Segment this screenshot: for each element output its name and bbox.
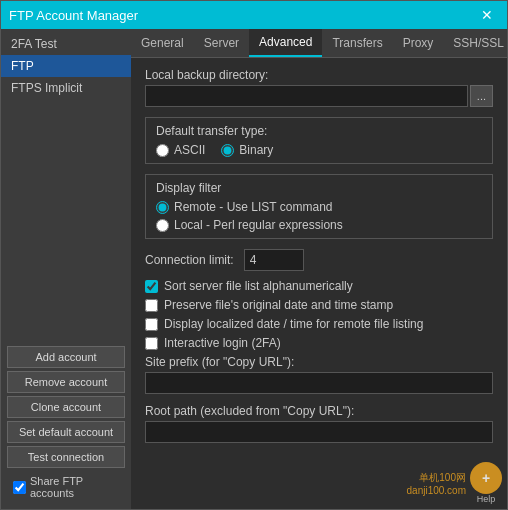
display-filter-label: Display filter [156, 181, 482, 195]
localized-date-checkbox[interactable] [145, 318, 158, 331]
watermark-icon: + [470, 462, 502, 494]
interactive-login-label: Interactive login (2FA) [164, 336, 281, 350]
local-filter-radio[interactable] [156, 219, 169, 232]
advanced-panel: Local backup directory: ... Default tran… [131, 58, 507, 509]
checkbox-interactive-login: Interactive login (2FA) [145, 336, 493, 350]
site-prefix-input[interactable] [145, 372, 493, 394]
tab-bar: General Server Advanced Transfers Proxy … [131, 29, 507, 58]
ascii-label: ASCII [174, 143, 205, 157]
tab-sshssl[interactable]: SSH/SSL [443, 29, 507, 57]
share-ftp-checkbox-row[interactable]: Share FTP accounts [7, 471, 125, 503]
local-backup-dir-input[interactable] [145, 85, 468, 107]
local-filter-option[interactable]: Local - Perl regular expressions [156, 218, 482, 232]
main-panel: General Server Advanced Transfers Proxy … [131, 29, 507, 509]
tab-proxy[interactable]: Proxy [393, 29, 444, 57]
binary-option[interactable]: Binary [221, 143, 273, 157]
display-filter-group: Display filter Remote - Use LIST command… [145, 174, 493, 239]
tab-advanced[interactable]: Advanced [249, 29, 322, 57]
local-filter-label: Local - Perl regular expressions [174, 218, 343, 232]
transfer-type-options: ASCII Binary [156, 143, 482, 157]
test-connection-button[interactable]: Test connection [7, 446, 125, 468]
share-ftp-checkbox[interactable] [13, 481, 26, 494]
default-transfer-type-group: Default transfer type: ASCII Binary [145, 117, 493, 164]
transfer-type-label: Default transfer type: [156, 124, 482, 138]
set-default-account-button[interactable]: Set default account [7, 421, 125, 443]
root-path-input[interactable] [145, 421, 493, 443]
sidebar-buttons: Add account Remove account Clone account… [1, 340, 131, 509]
tab-general[interactable]: General [131, 29, 194, 57]
share-ftp-label: Share FTP accounts [30, 475, 119, 499]
sort-checkbox[interactable] [145, 280, 158, 293]
remote-filter-option[interactable]: Remote - Use LIST command [156, 200, 482, 214]
preserve-label: Preserve file's original date and time s… [164, 298, 393, 312]
connection-limit-label: Connection limit: [145, 253, 234, 267]
watermark: 单机100网 danji100.com + Help [407, 462, 502, 504]
watermark-url: danji100.com [407, 485, 466, 496]
sort-label: Sort server file list alphanumerically [164, 279, 353, 293]
binary-radio[interactable] [221, 144, 234, 157]
remote-filter-radio[interactable] [156, 201, 169, 214]
ascii-radio[interactable] [156, 144, 169, 157]
interactive-login-checkbox[interactable] [145, 337, 158, 350]
close-button[interactable]: ✕ [475, 5, 499, 25]
checkbox-preserve: Preserve file's original date and time s… [145, 298, 493, 312]
local-backup-dir-label: Local backup directory: [145, 68, 493, 82]
titlebar: FTP Account Manager ✕ [1, 1, 507, 29]
clone-account-button[interactable]: Clone account [7, 396, 125, 418]
watermark-site: 单机100网 [419, 471, 466, 485]
tab-transfers[interactable]: Transfers [322, 29, 392, 57]
sidebar-item-ftp[interactable]: FTP [1, 55, 131, 77]
preserve-checkbox[interactable] [145, 299, 158, 312]
site-prefix-label: Site prefix (for "Copy URL"): [145, 355, 493, 369]
connection-limit-input[interactable] [244, 249, 304, 271]
root-path-label: Root path (excluded from "Copy URL"): [145, 404, 493, 418]
sidebar: 2FA Test FTP FTPS Implicit Add account R… [1, 29, 131, 509]
connection-limit-row: Connection limit: [145, 249, 493, 271]
watermark-help: Help [477, 494, 496, 504]
localized-date-label: Display localized date / time for remote… [164, 317, 423, 331]
remove-account-button[interactable]: Remove account [7, 371, 125, 393]
sidebar-item-ftps-implicit[interactable]: FTPS Implicit [1, 77, 131, 99]
remote-filter-label: Remote - Use LIST command [174, 200, 333, 214]
binary-label: Binary [239, 143, 273, 157]
ascii-option[interactable]: ASCII [156, 143, 205, 157]
local-backup-dir-group: Local backup directory: ... [145, 68, 493, 107]
window-title: FTP Account Manager [9, 8, 138, 23]
checkbox-sort: Sort server file list alphanumerically [145, 279, 493, 293]
add-account-button[interactable]: Add account [7, 346, 125, 368]
display-filter-options: Remote - Use LIST command Local - Perl r… [156, 200, 482, 232]
site-prefix-group: Site prefix (for "Copy URL"): [145, 355, 493, 394]
checkbox-localized-date: Display localized date / time for remote… [145, 317, 493, 331]
local-backup-dir-row: ... [145, 85, 493, 107]
tab-server[interactable]: Server [194, 29, 249, 57]
sidebar-item-2fa-test[interactable]: 2FA Test [1, 33, 131, 55]
browse-button[interactable]: ... [470, 85, 493, 107]
root-path-group: Root path (excluded from "Copy URL"): [145, 404, 493, 443]
